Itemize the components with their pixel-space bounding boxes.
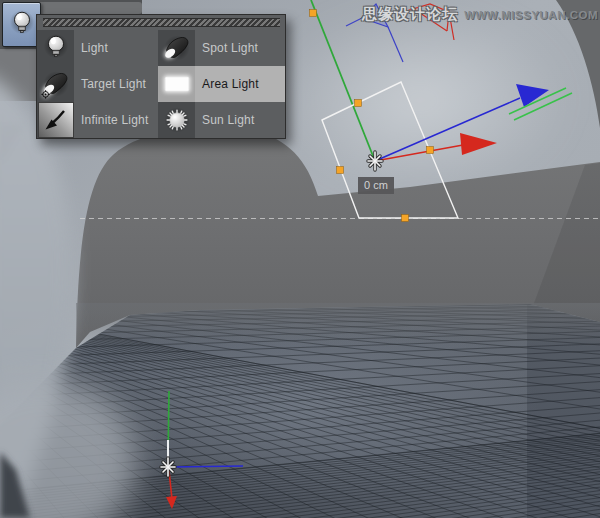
gizmo-handle[interactable] (337, 167, 344, 174)
gizmo-handle[interactable] (402, 215, 409, 222)
menu-item-spot-light[interactable]: Spot Light (158, 30, 285, 66)
menu-item-label: Spot Light (202, 41, 258, 55)
infinite-light-icon (37, 102, 74, 138)
menu-item-label: Target Light (81, 77, 146, 91)
horizon-fade (76, 303, 600, 347)
origin-star[interactable] (368, 152, 382, 170)
c4d-viewport-window: Light Target Light Infinite Light Spot L… (0, 0, 600, 518)
menu-item-label: Sun Light (202, 113, 255, 127)
menu-item-sun-light[interactable]: Sun Light (158, 102, 285, 138)
area-light-icon (158, 66, 195, 102)
light-bulb-icon (7, 6, 37, 44)
menu-item-area-light[interactable]: Area Light (158, 66, 285, 102)
spot-light-icon (158, 30, 195, 66)
menu-item-label: Light (81, 41, 108, 55)
origin-star[interactable] (161, 458, 175, 476)
gizmo-handle[interactable] (310, 10, 317, 17)
target-light-icon (37, 66, 74, 102)
menu-item-label: Infinite Light (81, 113, 149, 127)
sun-light-icon (158, 102, 195, 138)
menu-item-light[interactable]: Light (37, 30, 158, 66)
light-bulb-icon (37, 30, 74, 66)
gizmo-handle[interactable] (427, 147, 434, 154)
menu-items: Light Target Light Infinite Light Spot L… (37, 30, 285, 138)
menu-item-target-light[interactable]: Target Light (37, 66, 158, 102)
axis-z-line[interactable] (171, 466, 243, 467)
menu-tear-off-grip[interactable] (43, 18, 280, 27)
menu-item-infinite-light[interactable]: Infinite Light (37, 102, 158, 138)
gizmo-handle[interactable] (355, 100, 362, 107)
menu-item-label: Area Light (202, 77, 259, 91)
light-flyout-menu: Light Target Light Infinite Light Spot L… (36, 14, 286, 139)
